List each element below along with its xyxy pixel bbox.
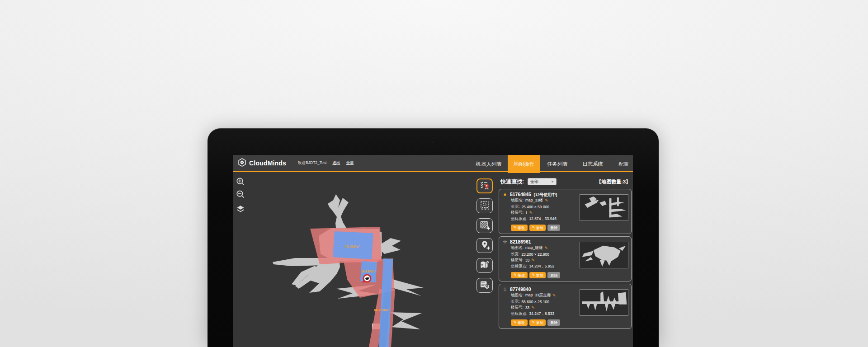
measure-area-icon	[479, 200, 491, 212]
field-value: 33	[525, 305, 529, 310]
card-fields: 地图名:map_33楼✎ 长宽:25.400 × 50.000 楼层号:1✎ 坐…	[511, 198, 557, 221]
map-thumbnail-image	[580, 290, 628, 315]
zone-area-label: 8.614m²	[362, 269, 376, 273]
edit-icon[interactable]: ✎	[531, 306, 535, 310]
card-actions: ✎修改 ✎复制 删除	[511, 225, 560, 231]
edit-icon[interactable]: ✎	[552, 294, 556, 298]
field-value: 34.247，8.533	[529, 311, 554, 317]
modify-button[interactable]: ✎修改	[511, 225, 528, 231]
field-label: 地图名:	[511, 198, 524, 203]
upload-map-tool[interactable]	[476, 278, 493, 293]
favorite-star-icon[interactable]: ☆	[503, 287, 507, 292]
quick-find-selected-value: 全部	[530, 179, 538, 185]
edit-icon: ✎	[514, 273, 517, 277]
nav-tab-task-list[interactable]: 任务列表	[545, 155, 570, 173]
map-card-51764845[interactable]: ★ 51764845 (12号使用中) 地图名:map_33楼✎ 长宽:25.4…	[499, 189, 632, 234]
task-list-pin-tool[interactable]	[476, 178, 493, 193]
field-value: map_33楼	[525, 198, 543, 203]
zoom-in-icon	[235, 181, 246, 188]
field-label: 坐标原点:	[511, 311, 527, 317]
field-label: 地图名:	[511, 293, 524, 298]
modify-button[interactable]: ✎修改	[511, 272, 528, 278]
map-id: 82186961	[510, 239, 531, 244]
copy-button[interactable]: ✎复制	[529, 319, 546, 326]
edit-icon: ✎	[532, 226, 535, 230]
card-actions: ✎修改 ✎复制 删除	[511, 272, 560, 278]
favorite-star-icon[interactable]: ★	[503, 192, 507, 197]
map-card-87749840[interactable]: ☆ 87749840 地图名:map_33层走廊✎ 长宽:56.600 × 25…	[499, 284, 632, 329]
field-label: 地图名:	[511, 245, 524, 251]
field-label: 楼层号:	[511, 210, 524, 216]
zoom-out-button[interactable]	[235, 189, 246, 200]
edit-icon: ✎	[532, 321, 535, 324]
brand-name: CloudMinds	[249, 159, 286, 167]
delete-button[interactable]: 删除	[547, 319, 560, 326]
card-header: ★ 51764845 (12号使用中)	[503, 192, 557, 198]
delete-button[interactable]: 删除	[547, 272, 560, 278]
quick-find-row: 快速查找: 全部 【地图数量:3】	[499, 178, 632, 186]
map-count-badge: 【地图数量:3】	[596, 178, 631, 185]
field-label: 坐标原点:	[511, 216, 527, 222]
zone-area-label: 40.519m²	[344, 244, 360, 249]
nav-tab-log-system[interactable]: 日志系统	[580, 155, 605, 173]
nav-tab-config[interactable]: 配置	[616, 155, 631, 173]
map-card-list: ★ 51764845 (12号使用中) 地图名:map_33楼✎ 长宽:25.4…	[499, 189, 632, 329]
map-id: 87749840	[510, 286, 531, 292]
field-value: 56.600 × 25.100	[521, 300, 549, 304]
field-value: 1	[525, 211, 528, 215]
field-value: 14.204，5.952	[529, 264, 554, 269]
desktop-background: CloudMinds 欢迎BJDT2_Test 退出 全屏 机器人列表 地图操作…	[0, 0, 868, 347]
copy-button[interactable]: ✎复制	[529, 272, 546, 278]
edit-icon[interactable]: ✎	[529, 211, 533, 215]
quick-find-dropdown[interactable]: 全部	[528, 178, 557, 185]
field-value: 25.400 × 50.000	[521, 205, 549, 209]
content-area: 40.519m² 8.614m² 80.215m²	[233, 173, 633, 347]
favorite-star-icon[interactable]: ☆	[503, 239, 507, 244]
map-thumbnail[interactable]	[580, 194, 628, 221]
remove-map-pin-tool[interactable]	[476, 258, 493, 273]
field-value: 23.200 × 22.900	[521, 252, 549, 257]
brand: CloudMinds	[237, 158, 286, 169]
upload-map-icon	[479, 279, 491, 292]
measure-area-tool[interactable]	[476, 198, 493, 213]
field-label: 长宽:	[511, 299, 519, 305]
edit-icon[interactable]: ✎	[544, 246, 548, 250]
card-actions: ✎修改 ✎复制 删除	[511, 319, 560, 326]
add-location-pin-tool[interactable]	[476, 238, 493, 253]
laptop-frame: CloudMinds 欢迎BJDT2_Test 退出 全屏 机器人列表 地图操作…	[208, 128, 659, 347]
field-label: 坐标原点:	[511, 264, 527, 269]
map-tool-column	[476, 178, 493, 293]
webcam-dot	[432, 141, 434, 144]
welcome-text: 欢迎BJDT2_Test	[298, 160, 326, 166]
add-hatch-region-tool[interactable]	[476, 218, 493, 233]
edit-icon[interactable]: ✎	[531, 258, 535, 263]
edit-icon[interactable]: ✎	[545, 199, 548, 203]
copy-button[interactable]: ✎复制	[529, 225, 546, 231]
map-id: 51764845	[510, 192, 531, 197]
modify-button[interactable]: ✎修改	[511, 319, 528, 326]
field-label: 长宽:	[511, 204, 519, 210]
logout-link[interactable]: 退出	[332, 160, 340, 166]
card-header: ☆ 87749840	[503, 286, 531, 292]
edit-icon: ✎	[514, 321, 517, 324]
field-value: 12.874，33.946	[529, 216, 557, 222]
layers-button[interactable]	[235, 204, 246, 215]
map-card-82186961[interactable]: ☆ 82186961 地图名:map_腿腿✎ 长宽:23.200 × 22.90…	[499, 236, 632, 281]
field-value: map_33层走廊	[525, 293, 551, 298]
zoom-in-button[interactable]	[235, 176, 246, 187]
layers-icon	[235, 208, 246, 216]
quick-find-label: 快速查找:	[500, 178, 524, 186]
field-label: 长宽:	[511, 252, 519, 257]
zone-area-label: 80.215m²	[374, 308, 390, 312]
app-window: CloudMinds 欢迎BJDT2_Test 退出 全屏 机器人列表 地图操作…	[233, 155, 633, 347]
nav-tab-map-operation[interactable]: 地图操作	[508, 155, 540, 173]
fullscreen-link[interactable]: 全屏	[346, 160, 354, 166]
field-value: 33	[525, 258, 529, 263]
map-thumbnail[interactable]	[580, 289, 628, 316]
map-thumbnail-image	[580, 195, 628, 220]
map-thumbnail[interactable]	[580, 242, 628, 268]
nav-tab-robot-list[interactable]: 机器人列表	[474, 155, 505, 173]
card-header: ☆ 82186961	[503, 239, 531, 244]
delete-button[interactable]: 删除	[547, 225, 560, 231]
edit-icon: ✎	[532, 273, 535, 277]
